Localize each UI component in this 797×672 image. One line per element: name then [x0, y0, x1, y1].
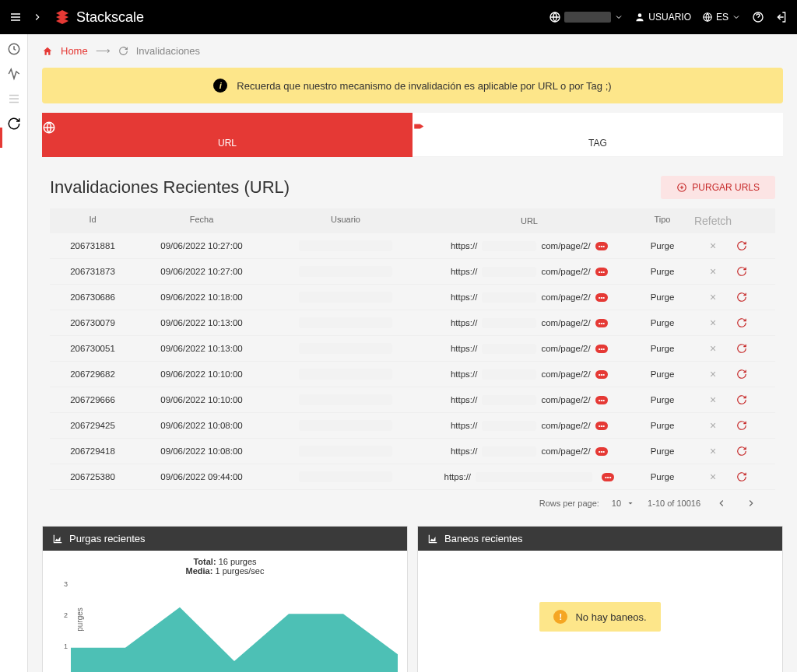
- row-refresh-button[interactable]: [736, 343, 775, 354]
- cell-type: Purge: [635, 446, 690, 456]
- home-icon[interactable]: [42, 46, 53, 57]
- purgas-panel: Purgas recientes Total: 16 purges Media:…: [42, 526, 408, 672]
- purgas-header: Purgas recientes: [43, 527, 407, 551]
- breadcrumb-home[interactable]: Home: [61, 45, 88, 57]
- refetch-x-icon: ×: [690, 394, 736, 406]
- refetch-x-icon: ×: [690, 419, 736, 432]
- col-url: URL: [423, 215, 635, 227]
- info-icon: i: [213, 79, 227, 93]
- url-badge[interactable]: •••: [595, 319, 608, 327]
- svg-point-1: [638, 13, 642, 17]
- tab-url[interactable]: URL: [42, 113, 413, 157]
- table-row: 20672538009/06/2022 09:44:00https://•••P…: [50, 464, 775, 490]
- refresh-icon[interactable]: [7, 117, 21, 131]
- cell-user: [268, 446, 423, 457]
- org-selector[interactable]: [549, 11, 623, 23]
- breadcrumb: Home ⟶ Invalidaciones: [28, 34, 797, 68]
- cell-id: 206729418: [50, 446, 135, 456]
- y-ticks: 3210: [57, 580, 68, 672]
- globe-icon: [42, 121, 413, 135]
- rpp-select[interactable]: 10: [612, 499, 635, 508]
- cell-date: 09/06/2022 10:27:00: [135, 267, 268, 276]
- cell-date: 09/06/2022 10:18:00: [135, 292, 268, 302]
- chevron-right-icon[interactable]: [31, 11, 44, 23]
- row-refresh-button[interactable]: [736, 317, 775, 328]
- purge-urls-button[interactable]: PURGAR URLS: [661, 176, 775, 199]
- url-badge[interactable]: •••: [595, 422, 608, 430]
- user-label: USUARIO: [648, 12, 691, 23]
- cell-type: Purge: [635, 472, 690, 481]
- logo-icon: [53, 8, 72, 26]
- table-row: 20672941809/06/2022 10:08:00https://com/…: [50, 439, 775, 464]
- url-badge[interactable]: •••: [595, 396, 608, 404]
- clock-icon[interactable]: [7, 42, 21, 56]
- sidebar: [0, 34, 28, 672]
- cell-date: 09/06/2022 10:27:00: [135, 241, 268, 250]
- list-icon[interactable]: [7, 92, 21, 106]
- row-refresh-button[interactable]: [736, 240, 775, 251]
- cell-id: 206729425: [50, 421, 135, 430]
- cell-id: 206729666: [50, 395, 135, 404]
- url-badge[interactable]: •••: [595, 268, 608, 276]
- row-refresh-button[interactable]: [736, 266, 775, 277]
- cell-type: Purge: [635, 421, 690, 430]
- table-header: Id Fecha Usuario URL Tipo Refetch: [50, 208, 775, 233]
- url-badge[interactable]: •••: [595, 293, 608, 302]
- cell-type: Purge: [635, 369, 690, 379]
- refetch-x-icon: ×: [690, 368, 736, 380]
- cell-user: [268, 369, 423, 380]
- cell-id: 206730051: [50, 344, 135, 353]
- charts: Purgas recientes Total: 16 purges Media:…: [28, 526, 797, 672]
- help-icon[interactable]: [752, 11, 764, 23]
- cell-id: 206731873: [50, 267, 135, 276]
- brand-logo[interactable]: Stackscale: [53, 8, 144, 26]
- cell-id: 206725380: [50, 472, 135, 481]
- topbar-left: Stackscale: [9, 8, 144, 26]
- no-baneos-body: ! No hay baneos.: [418, 551, 782, 672]
- refresh-icon-small: [118, 46, 128, 56]
- table-row: 20673007909/06/2022 10:13:00https://com/…: [50, 310, 775, 336]
- hamburger-icon[interactable]: [9, 11, 22, 23]
- url-badge[interactable]: •••: [595, 345, 608, 353]
- activity-icon[interactable]: [7, 67, 21, 81]
- url-badge[interactable]: •••: [595, 370, 608, 379]
- row-refresh-button[interactable]: [736, 471, 775, 482]
- row-refresh-button[interactable]: [736, 446, 775, 457]
- url-badge[interactable]: •••: [602, 473, 614, 481]
- info-banner: i Recuerda que nuestro mecanismo de inva…: [42, 68, 783, 103]
- cell-user: [268, 394, 423, 405]
- col-user: Usuario: [268, 215, 423, 227]
- row-refresh-button[interactable]: [736, 369, 775, 380]
- tabs: URL TAG: [42, 113, 783, 157]
- cell-url: https://com/page/2/•••: [423, 369, 635, 380]
- table-row: 20673187309/06/2022 10:27:00https://com/…: [50, 259, 775, 285]
- baneos-header: Baneos recientes: [418, 527, 782, 551]
- no-baneos-box: ! No hay baneos.: [539, 602, 660, 632]
- url-badge[interactable]: •••: [595, 447, 608, 456]
- brand-name: Stackscale: [76, 9, 144, 26]
- col-refetch: Refetch: [690, 215, 736, 227]
- row-refresh-button[interactable]: [736, 292, 775, 303]
- no-baneos-text: No hay baneos.: [575, 611, 646, 623]
- cell-url: https://•••: [423, 472, 635, 482]
- table-row: 20673068609/06/2022 10:18:00https://com/…: [50, 285, 775, 310]
- exit-icon[interactable]: [775, 11, 788, 23]
- url-badge[interactable]: •••: [595, 242, 608, 250]
- tab-tag[interactable]: TAG: [413, 113, 783, 157]
- col-date: Fecha: [135, 215, 268, 227]
- next-page[interactable]: [743, 498, 760, 509]
- purge-btn-label: PURGAR URLS: [692, 182, 760, 193]
- row-refresh-button[interactable]: [736, 394, 775, 405]
- warn-icon: !: [553, 610, 567, 624]
- org-redacted: [564, 12, 611, 23]
- lang-selector[interactable]: ES: [702, 12, 741, 23]
- cell-url: https://com/page/2/•••: [423, 241, 635, 251]
- chart-area: purges 3210: [71, 580, 398, 672]
- cell-url: https://com/page/2/•••: [423, 395, 635, 405]
- prev-page[interactable]: [713, 498, 730, 509]
- refetch-x-icon: ×: [690, 342, 736, 355]
- user-menu[interactable]: USUARIO: [634, 12, 691, 23]
- table-row: 20673188109/06/2022 10:27:00https://com/…: [50, 233, 775, 259]
- row-refresh-button[interactable]: [736, 420, 775, 431]
- page-range: 1-10 of 10016: [648, 499, 700, 508]
